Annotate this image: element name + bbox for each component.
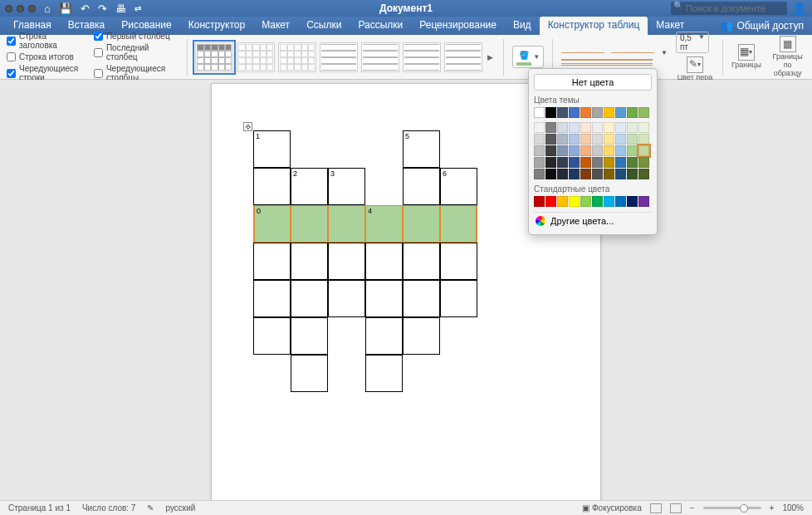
- swatch[interactable]: [592, 145, 603, 156]
- swatch[interactable]: [604, 196, 614, 207]
- swatch[interactable]: [557, 107, 568, 118]
- swatch[interactable]: [638, 196, 649, 207]
- table-cell[interactable]: 0: [253, 205, 291, 243]
- zoom-icon[interactable]: [28, 5, 36, 12]
- border-painter-button[interactable]: ▦ Границы по образцу: [770, 36, 805, 78]
- chk-header-row[interactable]: Строка заголовка: [7, 32, 86, 50]
- tab-view[interactable]: Вид: [505, 17, 540, 35]
- swatch[interactable]: [627, 145, 638, 156]
- swatch[interactable]: [569, 145, 580, 156]
- swatch[interactable]: [580, 107, 591, 118]
- table-cell[interactable]: [403, 243, 440, 280]
- table-cell[interactable]: [328, 243, 365, 280]
- table-cell[interactable]: [403, 280, 440, 317]
- table-cell[interactable]: [253, 280, 291, 317]
- search-input[interactable]: [671, 2, 787, 15]
- close-icon[interactable]: [5, 5, 12, 12]
- swatch[interactable]: [627, 169, 638, 179]
- table-cell[interactable]: [403, 168, 440, 205]
- swatch[interactable]: [615, 157, 626, 168]
- swatch[interactable]: [534, 122, 545, 133]
- table-cell[interactable]: [365, 355, 403, 392]
- minimize-icon[interactable]: [17, 5, 24, 12]
- tab-design[interactable]: Конструктор: [180, 17, 253, 35]
- print-icon[interactable]: 🖶: [115, 2, 126, 15]
- spellcheck-icon[interactable]: ✎: [147, 503, 154, 513]
- swatch[interactable]: [592, 107, 603, 118]
- swatch[interactable]: [580, 196, 591, 207]
- shading-button[interactable]: 🪣 ▼: [512, 46, 544, 68]
- swatch[interactable]: [534, 134, 545, 145]
- swatch[interactable]: [615, 107, 626, 118]
- swatch[interactable]: [569, 107, 580, 118]
- swatch[interactable]: [557, 122, 568, 133]
- swatch[interactable]: [627, 157, 638, 168]
- redo-icon[interactable]: ↷: [98, 2, 107, 15]
- table-cell[interactable]: [365, 280, 403, 317]
- table-cell[interactable]: [328, 205, 365, 243]
- table-cell[interactable]: [291, 280, 328, 317]
- swatch[interactable]: [627, 196, 638, 207]
- swatch[interactable]: [580, 157, 591, 168]
- status-words[interactable]: Число слов: 7: [82, 503, 135, 513]
- swatch[interactable]: [545, 122, 556, 133]
- chevron-down-icon[interactable]: ▼: [533, 53, 540, 61]
- swatch[interactable]: [580, 122, 591, 133]
- borders-button[interactable]: ▦▾ Границы: [731, 44, 761, 70]
- swatch[interactable]: [627, 134, 638, 145]
- window-controls[interactable]: [5, 5, 36, 12]
- table-cell[interactable]: [365, 317, 403, 355]
- table-cell[interactable]: 1: [253, 130, 291, 168]
- view-web-icon[interactable]: [670, 503, 682, 513]
- swatch[interactable]: [592, 122, 603, 133]
- style-thumb-1[interactable]: [195, 42, 233, 72]
- status-language[interactable]: русский: [165, 503, 195, 513]
- table-cell[interactable]: [291, 355, 328, 392]
- tab-review[interactable]: Рецензирование: [411, 17, 505, 35]
- table-cell[interactable]: 3: [328, 168, 365, 205]
- swatch[interactable]: [580, 134, 591, 145]
- swatch[interactable]: [592, 196, 603, 207]
- status-page[interactable]: Страница 1 из 1: [8, 503, 71, 513]
- swatch[interactable]: [580, 169, 591, 179]
- swatch[interactable]: [592, 134, 603, 145]
- swatch[interactable]: [569, 196, 580, 207]
- style-thumb-3[interactable]: [278, 42, 316, 72]
- table-styles-gallery[interactable]: ▶: [195, 42, 495, 72]
- border-width-picker[interactable]: 0,5 пт▼: [676, 32, 709, 53]
- swatch[interactable]: [534, 169, 545, 179]
- tab-references[interactable]: Ссылки: [298, 17, 350, 35]
- share-button[interactable]: 👥Общий доступ: [712, 17, 812, 35]
- swatch[interactable]: [592, 169, 603, 179]
- swatch[interactable]: [638, 145, 649, 156]
- focus-mode-button[interactable]: ▣ Фокусировка: [582, 503, 642, 513]
- swatch[interactable]: [638, 107, 649, 118]
- swatch[interactable]: [604, 122, 614, 133]
- table-cell[interactable]: 4: [365, 205, 403, 243]
- swatch[interactable]: [545, 157, 556, 168]
- tab-layout[interactable]: Макет: [253, 17, 298, 35]
- table-cell[interactable]: 6: [440, 168, 477, 205]
- document-area[interactable]: ✥ 1523604: [0, 80, 812, 500]
- zoom-level[interactable]: 100%: [782, 503, 804, 513]
- border-style-picker[interactable]: ▼: [561, 49, 668, 66]
- table-cell[interactable]: [440, 243, 477, 280]
- swatch[interactable]: [557, 134, 568, 145]
- table-cell[interactable]: [291, 205, 328, 243]
- swatch[interactable]: [534, 196, 545, 207]
- table-move-handle[interactable]: ✥: [243, 122, 252, 131]
- styles-more-icon[interactable]: ▶: [486, 53, 495, 61]
- swatch[interactable]: [592, 157, 603, 168]
- style-thumb-5[interactable]: [361, 42, 399, 72]
- swatch[interactable]: [557, 169, 568, 179]
- swatch[interactable]: [615, 134, 626, 145]
- style-thumb-4[interactable]: [320, 42, 358, 72]
- swatch[interactable]: [534, 157, 545, 168]
- table-cell[interactable]: [440, 205, 477, 243]
- table-cell[interactable]: [365, 243, 403, 280]
- style-thumb-6[interactable]: [403, 42, 441, 72]
- style-thumb-7[interactable]: [444, 42, 482, 72]
- swatch[interactable]: [557, 145, 568, 156]
- swatch[interactable]: [627, 107, 638, 118]
- tab-mailings[interactable]: Рассылки: [350, 17, 411, 35]
